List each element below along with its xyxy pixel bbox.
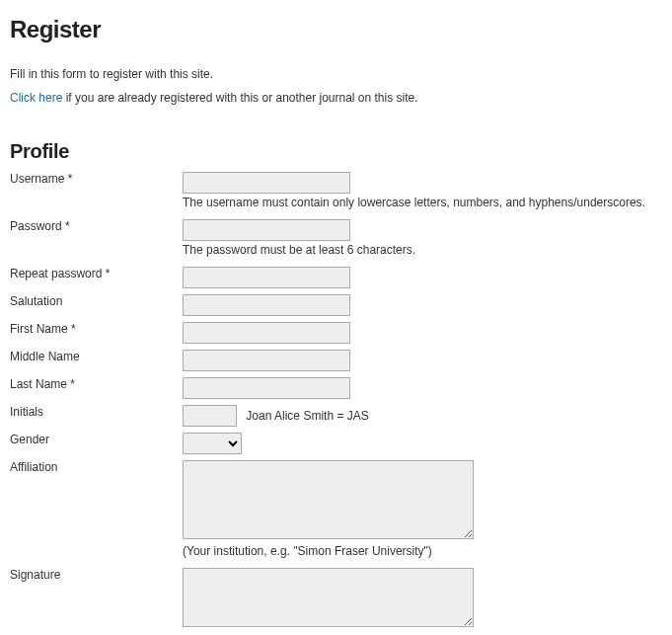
profile-form: Username * The username must contain onl… <box>10 169 662 633</box>
affiliation-label: Affiliation <box>10 457 183 565</box>
login-rest-text: if you are already registered with this … <box>62 91 417 105</box>
repeat-password-input[interactable] <box>183 267 350 288</box>
login-link[interactable]: Click here <box>10 91 62 105</box>
login-line: Click here if you are already registered… <box>10 91 662 105</box>
last-name-input[interactable] <box>183 377 350 399</box>
username-hint: The username must contain only lowercase… <box>183 196 662 209</box>
middle-name-label: Middle Name <box>10 347 183 374</box>
initials-label: Initials <box>10 402 183 430</box>
signature-textarea[interactable] <box>183 568 474 627</box>
password-input[interactable] <box>183 219 350 241</box>
first-name-input[interactable] <box>183 322 350 344</box>
affiliation-textarea[interactable] <box>183 460 474 539</box>
profile-heading: Profile <box>10 140 662 163</box>
initials-input[interactable] <box>183 405 237 427</box>
gender-select[interactable] <box>183 433 242 454</box>
middle-name-input[interactable] <box>183 350 350 371</box>
last-name-label: Last Name * <box>10 374 183 402</box>
salutation-label: Salutation <box>10 291 183 319</box>
page-title: Register <box>10 16 662 43</box>
first-name-label: First Name * <box>10 319 183 347</box>
password-hint: The password must be at least 6 characte… <box>183 243 662 257</box>
username-label: Username * <box>10 169 183 216</box>
initials-hint: Joan Alice Smith = JAS <box>246 409 368 423</box>
password-label: Password * <box>10 216 183 264</box>
affiliation-hint: (Your institution, e.g. "Simon Fraser Un… <box>183 544 662 558</box>
repeat-password-label: Repeat password * <box>10 264 183 291</box>
username-input[interactable] <box>183 172 350 194</box>
signature-label: Signature <box>10 565 183 633</box>
intro-text: Fill in this form to register with this … <box>10 67 662 81</box>
gender-label: Gender <box>10 430 183 457</box>
salutation-input[interactable] <box>183 294 350 316</box>
